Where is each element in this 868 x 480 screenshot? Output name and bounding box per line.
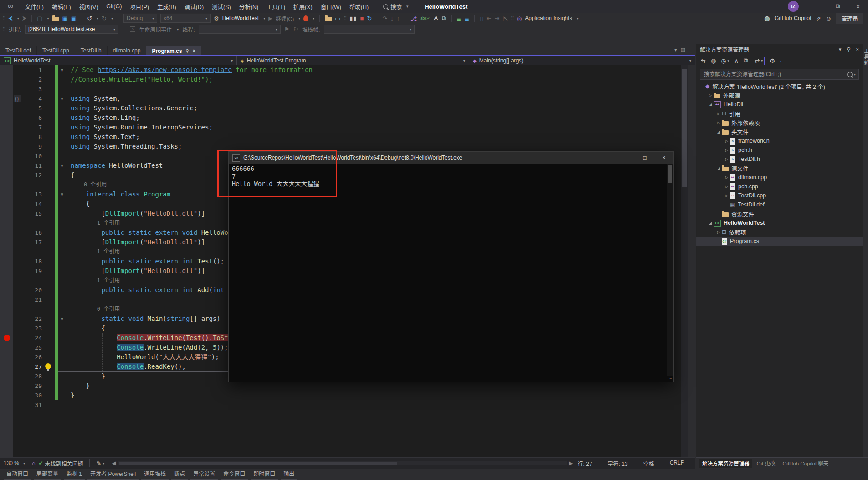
- code-cleanup-icon[interactable]: ✎: [96, 460, 101, 467]
- code-line[interactable]: 31: [0, 400, 688, 410]
- avatar[interactable]: IZ: [788, 1, 799, 12]
- expander-icon[interactable]: ◢: [707, 103, 714, 107]
- console-minimize-button[interactable]: —: [616, 152, 635, 164]
- bottom-panel-tab[interactable]: 调用堆栈: [141, 469, 169, 480]
- bottom-panel-tab[interactable]: 自动窗口: [4, 469, 31, 480]
- breadcrumb-member[interactable]: ◆ Main(string[] args) ▾: [469, 56, 695, 65]
- process-select[interactable]: [26648] HelloWorldTest.exe▾: [25, 25, 118, 34]
- console-scrollbar[interactable]: [667, 164, 673, 376]
- menu-item[interactable]: Git(G): [102, 3, 126, 10]
- editor-vertical-scrollbar[interactable]: [681, 65, 688, 457]
- sync-with-active-document-icon[interactable]: ⇄▾: [753, 57, 765, 65]
- scrollbar-thumb[interactable]: [119, 462, 397, 465]
- comment-lines-icon[interactable]: ≣: [465, 15, 470, 22]
- tree-item-TestDll.h[interactable]: ▷hTestDll.h: [696, 155, 863, 164]
- fold-marker-icon[interactable]: ∨: [61, 161, 63, 170]
- tree-item-依赖项[interactable]: ▷⊞依赖项: [696, 227, 863, 237]
- expander-icon[interactable]: ▷: [715, 230, 722, 234]
- solution-search-box[interactable]: ▾: [700, 69, 859, 80]
- codelens-references[interactable]: 0 个引用: [71, 305, 120, 314]
- restore-button[interactable]: ⧉: [828, 0, 848, 13]
- bottom-panel-tab[interactable]: 局部变量: [34, 469, 61, 480]
- tree-item-HelloDll[interactable]: ◢++HelloDll: [696, 100, 863, 109]
- window-frame-icon[interactable]: ▭: [335, 15, 340, 22]
- save-icon[interactable]: ▣: [62, 15, 68, 22]
- save-all-icon[interactable]: ▣: [71, 15, 77, 22]
- undo-icon[interactable]: ↺: [87, 15, 92, 22]
- tree-item-Program.cs[interactable]: C#Program.cs: [696, 237, 863, 246]
- bottom-panel-tab[interactable]: 开发者 PowerShell: [87, 469, 139, 480]
- expander-icon[interactable]: ▷: [724, 148, 730, 152]
- document-tab[interactable]: TestDll.cpp: [37, 46, 75, 55]
- scrollbar-thumb[interactable]: [668, 165, 672, 183]
- code-line[interactable]: 3: [0, 84, 688, 94]
- toolbox-tab[interactable]: 工具箱: [863, 48, 868, 66]
- hot-reload-icon[interactable]: [303, 15, 308, 21]
- redo-icon[interactable]: ↻: [102, 15, 107, 22]
- scroll-right-icon[interactable]: ▶: [569, 460, 573, 466]
- indent-lines-icon[interactable]: ≣: [457, 15, 462, 22]
- console-close-button[interactable]: ×: [654, 152, 673, 164]
- code-line[interactable]: 7using System.Runtime.InteropServices;: [0, 123, 688, 132]
- expander-icon[interactable]: ◢: [715, 166, 722, 170]
- fold-marker-icon[interactable]: ∨: [61, 94, 63, 103]
- codelens-references[interactable]: 1 个引用: [71, 247, 120, 257]
- code-line[interactable]: 9using System.Threading.Tasks;: [0, 142, 688, 151]
- tree-item-dllmain.cpp[interactable]: ▷++dllmain.cpp: [696, 173, 863, 182]
- breadcrumb-type[interactable]: ◈ HelloWorldTest.Program ▾: [237, 56, 469, 65]
- menu-item[interactable]: 扩展(X): [289, 2, 317, 11]
- stop-icon[interactable]: ■: [360, 15, 364, 22]
- code-line[interactable]: 4∨using System;: [0, 94, 688, 103]
- fold-marker-icon[interactable]: ∨: [61, 190, 63, 199]
- menu-item[interactable]: 帮助(H): [345, 2, 373, 11]
- expander-icon[interactable]: ▷: [715, 112, 722, 116]
- indent-mode[interactable]: 空格: [643, 459, 654, 467]
- expander-icon[interactable]: ▷: [707, 93, 714, 98]
- properties-icon[interactable]: ⧉: [744, 57, 748, 64]
- code-line[interactable]: 2//Console.WriteLine("Hello, World!");: [0, 75, 688, 84]
- tool-window-tab[interactable]: Git 更改: [754, 459, 778, 468]
- document-tab[interactable]: dllmain.cpp: [108, 46, 147, 55]
- tree-item-源文件[interactable]: ◢源文件: [696, 164, 863, 173]
- zoom-select[interactable]: 130 % ▾: [0, 460, 29, 466]
- admin-badge[interactable]: 管理员: [836, 13, 863, 24]
- collapse-all-icon[interactable]: ∧: [734, 57, 739, 64]
- expander-icon[interactable]: ◢: [715, 130, 722, 134]
- tree-item-外部依赖项[interactable]: ▷外部依赖项: [696, 118, 863, 127]
- expander-icon[interactable]: ▷: [724, 139, 730, 143]
- platform-select[interactable]: x64▾: [160, 14, 211, 23]
- minimize-button[interactable]: —: [808, 0, 828, 13]
- bottom-panel-tab[interactable]: 断点: [171, 469, 188, 480]
- close-icon[interactable]: ×: [193, 48, 195, 53]
- code-line[interactable]: 30}: [0, 391, 688, 400]
- bottom-panel-tab[interactable]: 命令窗口: [221, 469, 248, 480]
- bookmark-icon[interactable]: ▯: [480, 15, 483, 22]
- menu-item[interactable]: 窗口(W): [317, 2, 345, 11]
- menu-item[interactable]: 项目(P): [126, 2, 153, 11]
- menu-item[interactable]: 分析(N): [235, 2, 262, 11]
- document-tab[interactable]: Program.cs⚲×: [146, 46, 201, 55]
- expander-icon[interactable]: ▷: [724, 175, 730, 180]
- bottom-panel-tab[interactable]: 输出: [281, 469, 297, 480]
- restart-icon[interactable]: ↻: [367, 15, 372, 22]
- bottom-panel-tab[interactable]: 即时窗口: [251, 469, 278, 480]
- pending-changes-filter-icon[interactable]: ◷▾: [721, 57, 729, 64]
- expander-icon[interactable]: ◢: [707, 221, 714, 225]
- codelens-references[interactable]: 1 个引用: [71, 218, 120, 228]
- solution-search-input[interactable]: [703, 71, 847, 78]
- share-icon[interactable]: ⇗: [816, 15, 821, 22]
- pin-icon[interactable]: ⚲: [847, 46, 851, 52]
- document-list-chevron-icon[interactable]: ▾: [674, 47, 677, 53]
- tree-item-HelloWorldTest[interactable]: ◢C#HelloWorldTest: [696, 218, 863, 227]
- application-insights-button[interactable]: Application Insights: [525, 15, 572, 21]
- solution-explorer-header[interactable]: 解决方案资源管理器 ▾ ⚲ ×: [696, 44, 863, 55]
- fold-marker-icon[interactable]: ∨: [61, 65, 63, 75]
- expander-icon[interactable]: ▷: [724, 157, 730, 161]
- menu-item[interactable]: 工具(T): [262, 2, 289, 11]
- breakpoint-icon[interactable]: [4, 335, 10, 341]
- expander-icon[interactable]: ▷: [724, 185, 730, 189]
- fold-marker-icon[interactable]: ∨: [61, 314, 63, 324]
- live-share-icon[interactable]: ∩: [31, 460, 36, 467]
- open-file-icon[interactable]: [52, 17, 59, 21]
- menu-item[interactable]: 编辑(E): [48, 2, 75, 11]
